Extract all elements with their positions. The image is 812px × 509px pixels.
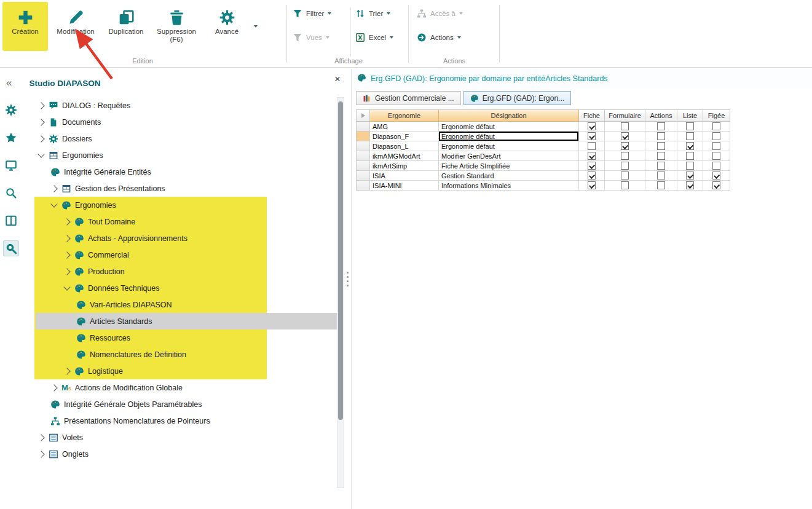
tree-item-vari-articles-diapason[interactable]: Vari-Articles DIAPASON — [36, 296, 337, 313]
chevron-right-icon[interactable] — [63, 268, 70, 275]
tree-item-dossiers[interactable]: Dossiers — [36, 130, 337, 147]
ribbon-button-duplication[interactable]: Duplication — [103, 2, 149, 51]
tree-item-gestion-des-pr-sentations[interactable]: Gestion des Présentations — [36, 180, 337, 197]
checkbox-unchecked-icon[interactable] — [686, 152, 694, 160]
tab-gestion-commerciale[interactable]: Gestion Commerciale ... — [356, 91, 461, 105]
checkbox-checked-icon[interactable] — [712, 181, 720, 189]
cell-liste[interactable] — [677, 122, 703, 132]
chevron-right-icon[interactable] — [37, 451, 44, 457]
chevron-right-icon[interactable] — [37, 434, 44, 441]
tree-item-int-grit-g-n-rale-objets-param-trables[interactable]: Intégrité Générale Objets Paramétrables — [36, 396, 337, 412]
column-header-fig-e[interactable]: Figée — [703, 110, 730, 122]
checkbox-unchecked-icon[interactable] — [657, 181, 665, 189]
checkbox-unchecked-icon[interactable] — [657, 142, 665, 150]
cell-fig-e[interactable] — [703, 161, 730, 171]
chevron-right-icon[interactable] — [37, 102, 44, 109]
cell-fig-e[interactable] — [703, 122, 730, 132]
dropdown-arrow-icon[interactable] — [254, 25, 258, 28]
checkbox-unchecked-icon[interactable] — [657, 172, 665, 180]
row-selector[interactable] — [357, 181, 370, 191]
checkbox-checked-icon[interactable] — [588, 181, 596, 189]
dropdown-arrow-icon[interactable] — [328, 12, 331, 15]
chevron-right-icon[interactable] — [63, 218, 70, 225]
tree-item-ressources[interactable]: Ressources — [36, 329, 337, 346]
cell-liste[interactable] — [677, 181, 703, 191]
cell-liste[interactable] — [677, 151, 703, 161]
chevron-right-icon[interactable] — [63, 251, 70, 258]
column-header-ergonomie[interactable]: Ergonomie — [370, 110, 439, 122]
cell-fig-e[interactable] — [703, 151, 730, 161]
checkbox-checked-icon[interactable] — [686, 181, 694, 189]
tree-item-documents[interactable]: Documents — [36, 114, 337, 130]
cell-formulaire[interactable] — [605, 181, 645, 191]
checkbox-checked-icon[interactable] — [621, 142, 629, 150]
cell-actions[interactable] — [645, 141, 677, 151]
cell-designation[interactable]: Ergonomie défaut — [439, 122, 579, 132]
monitor-icon[interactable] — [3, 157, 19, 173]
scrollbar-thumb[interactable] — [338, 101, 343, 420]
row-selector[interactable] — [357, 132, 370, 141]
tree-item-logistique[interactable]: Logistique — [36, 363, 337, 379]
checkbox-unchecked-icon[interactable] — [712, 152, 720, 160]
cell-formulaire[interactable] — [605, 161, 645, 171]
dropdown-arrow-icon[interactable] — [326, 36, 329, 39]
column-header-formulaire[interactable]: Formulaire — [605, 110, 645, 122]
cell-liste[interactable] — [677, 161, 703, 171]
cell-fig-e[interactable] — [703, 141, 730, 151]
tree-item-articles-standards[interactable]: Articles Standards — [36, 313, 337, 329]
chevron-right-icon[interactable] — [37, 119, 44, 125]
cell-formulaire[interactable] — [605, 151, 645, 161]
ribbon-button-actions[interactable]: Actions — [417, 30, 463, 45]
cell-formulaire[interactable] — [605, 122, 645, 132]
cell-fiche[interactable] — [579, 171, 605, 181]
row-selector[interactable] — [357, 141, 370, 151]
dropdown-arrow-icon[interactable] — [459, 12, 463, 15]
cell-actions[interactable] — [645, 132, 677, 141]
row-selector[interactable] — [357, 171, 370, 181]
cell-fiche[interactable] — [579, 141, 605, 151]
cell-fiche[interactable] — [579, 132, 605, 141]
checkbox-checked-icon[interactable] — [588, 122, 596, 130]
close-panel-icon[interactable]: × — [334, 74, 341, 84]
cell-designation[interactable]: Ergonomie défaut — [439, 141, 579, 151]
cell-actions[interactable] — [645, 171, 677, 181]
cell-ergonomie[interactable]: Diapason_F — [370, 132, 439, 141]
ribbon-button-avanc[interactable]: Avancé — [204, 2, 250, 51]
chevron-right-icon[interactable] — [63, 235, 70, 242]
checkbox-checked-icon[interactable] — [686, 142, 694, 150]
checkbox-checked-icon[interactable] — [686, 172, 694, 180]
checkbox-unchecked-icon[interactable] — [621, 172, 629, 180]
tree-item-tout-domaine[interactable]: Tout Domaine — [36, 213, 337, 230]
checkbox-unchecked-icon[interactable] — [657, 132, 665, 140]
row-selector[interactable] — [357, 122, 370, 132]
star-icon[interactable] — [3, 130, 19, 146]
checkbox-unchecked-icon[interactable] — [712, 122, 720, 130]
gear-icon[interactable] — [3, 102, 19, 118]
cell-liste[interactable] — [677, 141, 703, 151]
cell-liste[interactable] — [677, 171, 703, 181]
cell-fiche[interactable] — [579, 161, 605, 171]
ribbon-button-cr-ation[interactable]: Création — [2, 2, 48, 51]
cell-fig-e[interactable] — [703, 171, 730, 181]
tree-item-actions-de-modification-globale[interactable]: MsActions de Modification Globale — [36, 379, 337, 396]
row-selector[interactable] — [357, 151, 370, 161]
cell-actions[interactable] — [645, 161, 677, 171]
chevron-down-icon[interactable] — [37, 151, 44, 157]
chevron-right-icon[interactable] — [50, 185, 57, 192]
checkbox-checked-icon[interactable] — [712, 172, 720, 180]
cell-fiche[interactable] — [579, 122, 605, 132]
checkbox-unchecked-icon[interactable] — [712, 162, 720, 170]
search-icon[interactable] — [3, 185, 19, 201]
cell-actions[interactable] — [645, 151, 677, 161]
tree-item-volets[interactable]: Volets — [36, 429, 337, 446]
tree-item-ergonomies[interactable]: Ergonomies — [36, 197, 337, 213]
tree-item-int-grit-g-n-rale-entit-s[interactable]: Intégrité Générale Entités — [36, 164, 337, 180]
cell-fiche[interactable] — [579, 151, 605, 161]
dropdown-arrow-icon[interactable] — [387, 12, 390, 15]
column-header-fiche[interactable]: Fiche — [579, 110, 605, 122]
select-all-corner[interactable] — [357, 110, 370, 122]
cell-formulaire[interactable] — [605, 171, 645, 181]
tree-item-donn-es-techniques[interactable]: Données Techniques — [36, 280, 337, 296]
checkbox-unchecked-icon[interactable] — [712, 142, 720, 150]
cell-fig-e[interactable] — [703, 132, 730, 141]
